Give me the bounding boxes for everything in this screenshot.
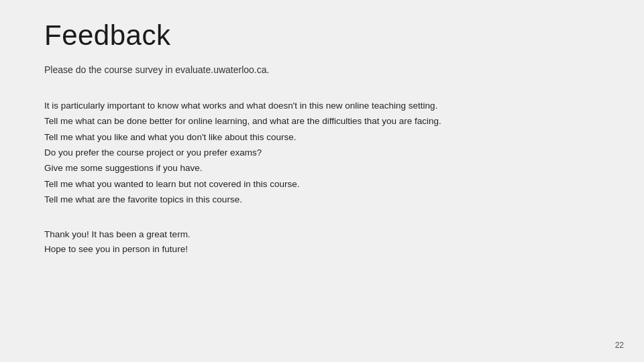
thank-you-block: Thank you! It has been a great term. Hop… (44, 227, 600, 257)
spacer-2 (44, 208, 600, 218)
spacer-3 (44, 218, 600, 227)
slide-number: 22 (615, 341, 624, 350)
spacer-1 (44, 89, 600, 99)
content-line-7: Tell me what are the favorite topics in … (44, 192, 600, 207)
content-line-3: Tell me what you like and what you don't… (44, 130, 600, 145)
content-line-2: Tell me what can be done better for onli… (44, 114, 600, 129)
subtitle-text: Please do the course survey in evaluate.… (44, 63, 600, 77)
content-line-4: Do you prefer the course project or you … (44, 145, 600, 160)
content-line-5: Give me some suggestions if you have. (44, 161, 600, 176)
content-block: It is particularly important to know wha… (44, 99, 600, 207)
closing-line-1: Thank you! It has been a great term. (44, 227, 600, 242)
content-line-6: Tell me what you wanted to learn but not… (44, 177, 600, 192)
slide: Feedback Please do the course survey in … (0, 0, 644, 362)
closing-line-2: Hope to see you in person in future! (44, 242, 600, 257)
content-line-1: It is particularly important to know wha… (44, 99, 600, 113)
slide-title: Feedback (44, 20, 600, 51)
